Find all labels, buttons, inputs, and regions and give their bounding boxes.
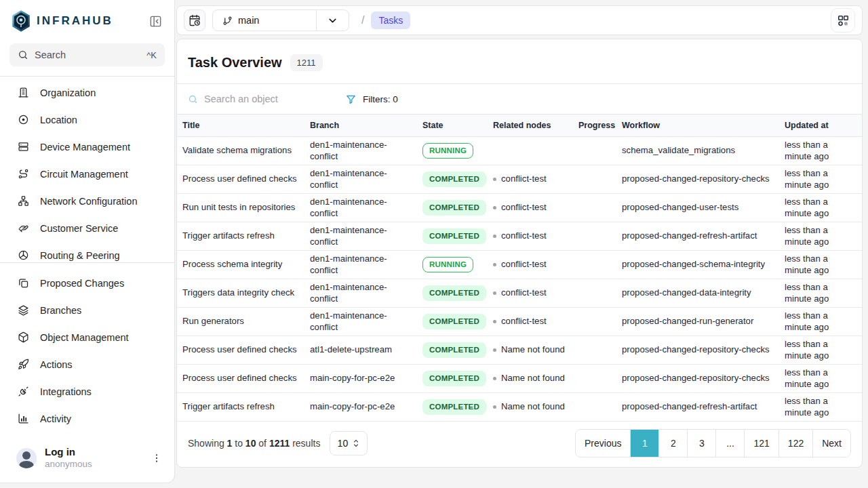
sidebar-item-label: Integrations bbox=[40, 386, 92, 397]
filters-button[interactable]: Filters: 0 bbox=[346, 94, 398, 104]
cell-state: COMPLETED bbox=[417, 365, 488, 393]
object-search-input[interactable]: Search an object bbox=[188, 94, 334, 104]
cell-workflow: proposed-changed-repository-checks bbox=[616, 336, 779, 365]
network-icon bbox=[18, 195, 30, 207]
user-menu[interactable]: Log in anonymous bbox=[0, 438, 174, 483]
sidebar-item-proposed-changes[interactable]: Proposed Changes bbox=[0, 270, 174, 297]
node-dot-icon bbox=[493, 263, 496, 266]
sidebar-item-customer-service[interactable]: Customer Service bbox=[0, 215, 174, 242]
sidebar-item-routing-and-peering[interactable]: Routing & Peering bbox=[0, 242, 174, 262]
sidebar-item-label: Proposed Changes bbox=[40, 278, 124, 289]
table-row[interactable]: Process user defined checksatl1-delete-u… bbox=[177, 336, 862, 365]
cell-updated-at: less than a minute ago bbox=[779, 222, 862, 251]
column-header-title: Title bbox=[177, 115, 304, 137]
sidebar-item-circuit-management[interactable]: Circuit Management bbox=[0, 161, 174, 188]
cell-progress bbox=[573, 336, 616, 365]
cell-related-nodes bbox=[488, 137, 573, 165]
table-row[interactable]: Process user defined checksmain-copy-for… bbox=[177, 365, 862, 393]
cell-state: RUNNING bbox=[417, 251, 488, 279]
state-badge: COMPLETED bbox=[422, 314, 486, 329]
select-chevrons-icon bbox=[352, 439, 360, 448]
sidebar-item-actions[interactable]: Actions bbox=[0, 351, 174, 378]
column-header-workflow: Workflow bbox=[616, 115, 779, 137]
pagination-next[interactable]: Next bbox=[812, 430, 850, 457]
collapse-sidebar-icon[interactable] bbox=[147, 13, 163, 29]
copy-diff-icon bbox=[18, 277, 30, 289]
sidebar-item-label: Circuit Management bbox=[40, 169, 128, 180]
sidebar-item-label: Branches bbox=[40, 305, 81, 316]
table-row[interactable]: Run generatorsden1-maintenance-conflictC… bbox=[177, 308, 862, 336]
search-icon bbox=[18, 49, 28, 60]
cell-progress bbox=[573, 222, 616, 251]
plug-icon bbox=[18, 386, 30, 398]
table-row[interactable]: Process user defined checksden1-maintena… bbox=[177, 165, 862, 194]
sidebar-item-object-management[interactable]: Object Management bbox=[0, 324, 174, 351]
breadcrumb-separator: / bbox=[361, 14, 364, 26]
branch-name: main bbox=[238, 15, 259, 26]
cell-related-nodes: conflict-test bbox=[488, 165, 573, 194]
brand[interactable]: INFRAHUB bbox=[11, 9, 147, 33]
cell-workflow: proposed-changed-user-tests bbox=[616, 194, 779, 222]
sidebar-item-activity[interactable]: Activity bbox=[0, 405, 174, 432]
sidebar-item-label: Actions bbox=[40, 359, 73, 370]
state-badge: RUNNING bbox=[422, 257, 473, 272]
page-size-select[interactable]: 10 bbox=[330, 431, 368, 455]
location-icon bbox=[18, 114, 30, 126]
time-travel-button[interactable] bbox=[184, 9, 205, 31]
state-badge: RUNNING bbox=[422, 143, 473, 158]
table-row[interactable]: Process schema integrityden1-maintenance… bbox=[177, 251, 862, 279]
cell-branch: den1-maintenance-conflict bbox=[304, 194, 417, 222]
sidebar-item-device-management[interactable]: Device Management bbox=[0, 134, 174, 161]
filters-label: Filters: 0 bbox=[363, 94, 398, 104]
table-row[interactable]: Validate schema migrationsden1-maintenan… bbox=[177, 137, 862, 165]
cell-branch: den1-maintenance-conflict bbox=[304, 165, 417, 194]
table-row[interactable]: Triggers data integrity checkden1-mainte… bbox=[177, 279, 862, 308]
cell-workflow: proposed-changed-schema-integrity bbox=[616, 251, 779, 279]
cell-state: COMPLETED bbox=[417, 308, 488, 336]
branch-selector[interactable]: main bbox=[212, 9, 349, 31]
cell-progress bbox=[573, 308, 616, 336]
state-badge: COMPLETED bbox=[422, 285, 486, 300]
pagination-3[interactable]: 3 bbox=[687, 430, 715, 457]
pagination-2[interactable]: 2 bbox=[658, 430, 687, 457]
sidebar-item-label: Device Management bbox=[40, 142, 130, 152]
branch-dropdown-toggle[interactable] bbox=[316, 10, 349, 30]
sidebar-item-integrations[interactable]: Integrations bbox=[0, 378, 174, 405]
sidebar-item-organization[interactable]: Organization bbox=[0, 79, 174, 106]
cell-progress bbox=[573, 194, 616, 222]
table-row[interactable]: Trigger artifacts refreshmain-copy-for-p… bbox=[177, 393, 862, 422]
sidebar-item-network-configuration[interactable]: Network Configuration bbox=[0, 188, 174, 215]
sidebar: INFRAHUB Search ^K OrganizationLocationD… bbox=[0, 0, 175, 483]
cell-workflow: proposed-changed-data-integrity bbox=[616, 279, 779, 308]
infrahub-logo-icon bbox=[11, 9, 31, 33]
pagination-121[interactable]: 121 bbox=[744, 430, 778, 457]
sidebar-item-branches[interactable]: Branches bbox=[0, 297, 174, 324]
table-row[interactable]: Trigger artifacts refreshden1-maintenanc… bbox=[177, 222, 862, 251]
pagination-122[interactable]: 122 bbox=[778, 430, 812, 457]
cell-title: Process user defined checks bbox=[177, 336, 304, 365]
state-badge: COMPLETED bbox=[422, 171, 486, 186]
cell-related-nodes: conflict-test bbox=[488, 194, 573, 222]
calendar-clock-icon bbox=[189, 14, 201, 26]
kebab-menu-icon[interactable] bbox=[150, 451, 163, 465]
pagination-previous[interactable]: Previous bbox=[576, 430, 630, 457]
search-input[interactable]: Search ^K bbox=[9, 43, 165, 66]
breadcrumb-tasks[interactable]: Tasks bbox=[371, 12, 410, 29]
sidebar-item-label: Object Management bbox=[40, 332, 129, 343]
cell-title: Triggers data integrity check bbox=[177, 279, 304, 308]
cell-updated-at: less than a minute ago bbox=[779, 279, 862, 308]
schema-visualizer-button[interactable] bbox=[831, 8, 855, 33]
task-count-badge: 1211 bbox=[290, 54, 323, 71]
table-row[interactable]: Run unit tests in repositoriesden1-maint… bbox=[177, 194, 862, 222]
sidebar-item-location[interactable]: Location bbox=[0, 106, 174, 134]
search-placeholder: Search bbox=[35, 49, 140, 60]
pagination-1[interactable]: 1 bbox=[630, 430, 658, 457]
cell-title: Run generators bbox=[177, 308, 304, 336]
cell-title: Validate schema migrations bbox=[177, 137, 304, 165]
bar-chart-icon bbox=[18, 413, 30, 425]
cell-branch: main-copy-for-pc-e2e bbox=[304, 365, 417, 393]
pagination-[interactable]: ... bbox=[715, 430, 744, 457]
cell-updated-at: less than a minute ago bbox=[779, 251, 862, 279]
service-hand-icon bbox=[18, 222, 30, 235]
cell-state: COMPLETED bbox=[417, 222, 488, 251]
